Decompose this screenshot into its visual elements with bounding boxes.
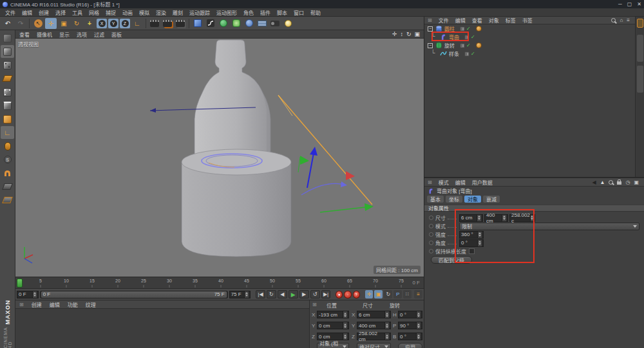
- vp-menu-filter[interactable]: 过滤: [94, 31, 104, 38]
- play-mode-icon[interactable]: ↻: [267, 290, 276, 298]
- menu-mesh[interactable]: 网格: [89, 9, 99, 16]
- param-circle-icon[interactable]: [429, 241, 433, 245]
- play-icon[interactable]: ▶: [289, 290, 298, 298]
- menu-animate[interactable]: 动画: [122, 9, 133, 16]
- om-list-icon[interactable]: ≡: [627, 17, 630, 23]
- key-position-icon[interactable]: ✛: [365, 290, 374, 298]
- vp-zoom-icon[interactable]: ↕: [400, 31, 403, 37]
- model-mode-icon[interactable]: [1, 45, 14, 58]
- key-scale-icon[interactable]: ▣: [374, 290, 383, 298]
- vp-menu-cameras[interactable]: 摄像机: [37, 31, 52, 38]
- workplane-lock-icon[interactable]: [1, 180, 14, 193]
- position-x-field[interactable]: -193 cm: [317, 311, 349, 318]
- am-search-icon[interactable]: [609, 180, 613, 185]
- viewport-canvas[interactable]: 透视视图 网格间距 : 100 cm: [15, 39, 424, 277]
- apply-button[interactable]: 应用: [398, 343, 422, 348]
- menu-select[interactable]: 选择: [55, 9, 66, 16]
- am-up-icon[interactable]: ▲: [600, 179, 605, 185]
- menu-sculpt[interactable]: 雕刻: [173, 9, 183, 16]
- om-menu-bookmarks[interactable]: 书签: [522, 17, 533, 24]
- vp-menu-view[interactable]: 查看: [19, 31, 30, 38]
- panel-tab[interactable]: [637, 35, 643, 62]
- rotation-p-field[interactable]: 90 °: [398, 322, 422, 329]
- soft-selection-icon[interactable]: S: [1, 153, 14, 166]
- mat-menu-create[interactable]: 创建: [32, 301, 42, 308]
- size-x-input[interactable]: 6 cm: [459, 214, 483, 222]
- spline-pen-icon[interactable]: [205, 18, 216, 29]
- next-frame-icon[interactable]: ▶: [299, 290, 309, 298]
- object-row-spline[interactable]: └ 样条 ✓: [424, 50, 634, 58]
- menu-help[interactable]: 帮助: [310, 9, 321, 16]
- menu-motion-tracker[interactable]: 运动跟踪: [189, 9, 210, 16]
- timeline-range-slider[interactable]: 0 F 75 F: [40, 291, 228, 298]
- polygons-mode-icon[interactable]: [1, 113, 14, 125]
- am-new-icon[interactable]: ▣: [634, 179, 639, 185]
- om-menu-file[interactable]: 文件: [439, 17, 449, 24]
- size-y-field[interactable]: 400 cm: [357, 322, 391, 329]
- workplane-mode-icon[interactable]: [1, 72, 14, 85]
- mat-menu-function[interactable]: 功能: [68, 301, 78, 308]
- coords-mode-dropdown[interactable]: 对象 (相对): [317, 343, 349, 348]
- menu-simulate[interactable]: 模拟: [139, 9, 149, 16]
- prev-frame-icon[interactable]: ◀: [278, 290, 287, 298]
- tab-basic[interactable]: 基本: [427, 196, 444, 203]
- grid-icon[interactable]: ⊞: [428, 179, 432, 185]
- vp-menu-panel[interactable]: 面板: [111, 31, 122, 38]
- expander-icon[interactable]: −: [428, 43, 433, 48]
- rotation-h-field[interactable]: 0 °: [398, 311, 422, 318]
- strength-input[interactable]: 360 °: [459, 231, 484, 239]
- angle-input[interactable]: 0 °: [459, 239, 484, 247]
- snap-icon[interactable]: [1, 167, 14, 179]
- menu-tools[interactable]: 工具: [72, 9, 82, 16]
- enable-axis-icon[interactable]: [1, 140, 14, 152]
- record-keyframe-icon[interactable]: ●: [336, 291, 343, 298]
- am-menu-mode[interactable]: 模式: [439, 179, 449, 186]
- object-row-cylinder[interactable]: − 圆柱 ✓: [424, 24, 634, 33]
- material-list-area[interactable]: [15, 309, 309, 348]
- points-mode-icon[interactable]: [1, 86, 14, 98]
- keep-length-checkbox[interactable]: [469, 248, 475, 254]
- render-view-icon[interactable]: [149, 18, 160, 29]
- minimize-button[interactable]: ─: [618, 1, 622, 7]
- cylinder-top-face[interactable]: [182, 149, 291, 175]
- redo-icon[interactable]: ↷: [15, 18, 26, 29]
- cylinder-mesh[interactable]: [182, 162, 291, 257]
- environment-icon[interactable]: [243, 18, 255, 29]
- am-history-icon[interactable]: ◷: [625, 179, 630, 185]
- vp-maximize-icon[interactable]: ▣: [414, 31, 420, 37]
- visibility-toggles[interactable]: ✓: [460, 26, 471, 32]
- key-rotation-icon[interactable]: ↻: [384, 290, 392, 298]
- size-z-input[interactable]: 258.002 c: [509, 214, 535, 222]
- om-home-icon[interactable]: ⌂: [620, 17, 623, 23]
- am-menu-userdata[interactable]: 用户数据: [472, 179, 493, 186]
- object-name[interactable]: 弯曲: [449, 33, 459, 41]
- mat-menu-edit[interactable]: 编辑: [50, 301, 60, 308]
- bend-cage-line[interactable]: [278, 95, 372, 205]
- menu-snap[interactable]: 捕捉: [106, 9, 116, 16]
- param-circle-icon[interactable]: [429, 224, 433, 228]
- tab-coord[interactable]: 坐标: [446, 196, 462, 203]
- object-properties-header[interactable]: 对象属性: [424, 205, 644, 212]
- menu-file[interactable]: 文件: [5, 9, 15, 16]
- loop-icon[interactable]: ↺: [310, 290, 320, 298]
- axis-mode-icon[interactable]: ∟: [1, 126, 14, 139]
- position-y-field[interactable]: 0 cm: [317, 322, 349, 329]
- workplane-extra-icon[interactable]: [1, 194, 14, 206]
- autokey-icon[interactable]: ◦: [344, 291, 351, 298]
- mat-menu-texture[interactable]: 纹理: [86, 301, 96, 308]
- timeline-ruler[interactable]: 0 F 51015202530354045505560657075: [15, 277, 424, 289]
- make-editable-icon[interactable]: [1, 32, 14, 44]
- object-name[interactable]: 圆柱: [444, 25, 455, 32]
- menu-create[interactable]: 创建: [39, 9, 49, 16]
- object-row-bend[interactable]: └ 弯曲 ✓: [424, 33, 634, 41]
- light-icon[interactable]: [282, 18, 294, 29]
- keyframe-selection-icon[interactable]: ?: [353, 291, 360, 298]
- am-lock-icon[interactable]: [617, 181, 621, 185]
- menu-character[interactable]: 角色: [243, 9, 254, 16]
- param-circle-icon[interactable]: [429, 232, 433, 237]
- am-back-icon[interactable]: ◀: [592, 179, 596, 185]
- coords-size-dropdown[interactable]: 绝对尺寸: [357, 343, 391, 348]
- camera-icon[interactable]: [269, 18, 281, 29]
- om-menu-view[interactable]: 查看: [472, 17, 482, 24]
- key-pla-icon[interactable]: ∷: [403, 290, 412, 298]
